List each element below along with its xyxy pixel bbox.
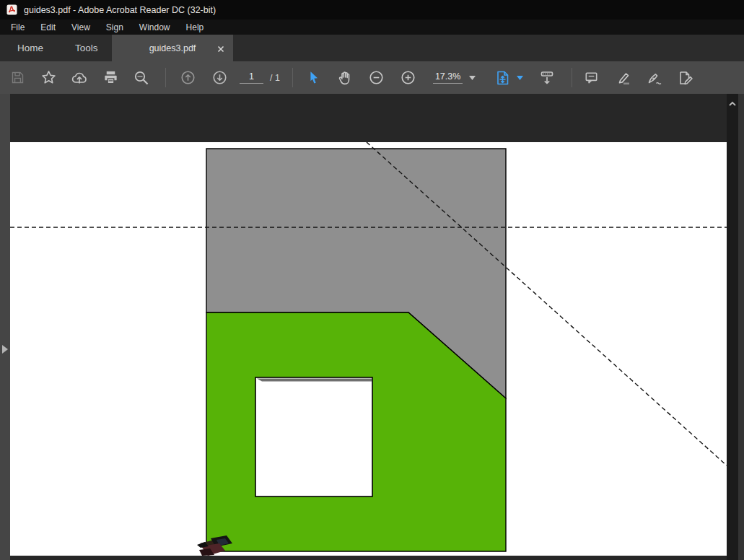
right-edge-strip xyxy=(738,94,744,560)
page-number-input[interactable]: 1 xyxy=(240,71,263,84)
highlight-icon[interactable] xyxy=(614,69,631,87)
vertical-scrollbar[interactable] xyxy=(727,94,738,560)
navigation-pane-strip xyxy=(0,94,10,560)
title-bar: guides3.pdf - Adobe Acrobat Reader DC (3… xyxy=(0,0,744,19)
tab-home[interactable]: Home xyxy=(1,35,59,61)
zoom-in-icon[interactable] xyxy=(400,69,417,87)
toolbar-divider xyxy=(292,68,293,87)
cloud-upload-icon[interactable] xyxy=(71,69,88,87)
menu-sign[interactable]: Sign xyxy=(98,21,131,34)
square-top-sliver xyxy=(257,379,372,382)
fit-page-icon[interactable] xyxy=(494,69,512,87)
save-icon[interactable] xyxy=(9,69,26,87)
fit-page-caret[interactable] xyxy=(517,76,523,80)
close-icon[interactable] xyxy=(216,43,225,52)
page-up-icon[interactable] xyxy=(179,69,196,87)
acrobat-window: guides3.pdf - Adobe Acrobat Reader DC (3… xyxy=(0,0,744,560)
document-tab-label: guides3.pdf xyxy=(149,43,196,53)
tab-bar: Home Tools guides3.pdf xyxy=(0,35,744,61)
menu-bar: File Edit View Sign Window Help xyxy=(0,19,744,35)
toolbar-divider xyxy=(572,68,572,87)
comment-icon[interactable] xyxy=(582,69,600,87)
toolbar-divider xyxy=(165,68,166,87)
scroll-mode-icon[interactable] xyxy=(538,69,556,87)
adobe-pdf-icon xyxy=(6,4,17,16)
zoom-dropdown-caret[interactable] xyxy=(469,76,476,80)
menu-file[interactable]: File xyxy=(3,21,32,34)
star-icon[interactable] xyxy=(40,69,57,87)
page-down-icon[interactable] xyxy=(211,69,228,87)
zoom-out-icon[interactable] xyxy=(368,69,385,87)
menu-edit[interactable]: Edit xyxy=(32,21,64,34)
expand-pane-arrow-icon[interactable] xyxy=(2,345,8,354)
zoom-level-value[interactable]: 17.3% xyxy=(433,71,463,84)
search-zoom-icon[interactable] xyxy=(133,69,150,87)
menu-help[interactable]: Help xyxy=(178,21,212,34)
document-area xyxy=(0,94,744,560)
main-toolbar: 1 / 1 17.3% xyxy=(0,61,744,94)
select-arrow-icon[interactable] xyxy=(305,69,323,87)
menu-view[interactable]: View xyxy=(64,21,98,34)
zoom-level-control[interactable]: 17.3% xyxy=(433,71,476,84)
page-canvas xyxy=(10,142,727,556)
window-title: guides3.pdf - Adobe Acrobat Reader DC (3… xyxy=(24,5,216,15)
tab-tools[interactable]: Tools xyxy=(59,35,114,61)
white-square-hole xyxy=(255,377,372,496)
fill-sign-icon[interactable] xyxy=(646,69,663,87)
scroll-up-chevron-icon[interactable] xyxy=(728,98,737,107)
edit-page-icon[interactable] xyxy=(677,69,694,87)
hand-tool-icon[interactable] xyxy=(336,69,354,87)
menu-window[interactable]: Window xyxy=(131,21,178,34)
page-total-label: / 1 xyxy=(270,73,280,83)
print-icon[interactable] xyxy=(102,69,119,87)
tab-document-guides3[interactable]: guides3.pdf xyxy=(112,35,233,61)
